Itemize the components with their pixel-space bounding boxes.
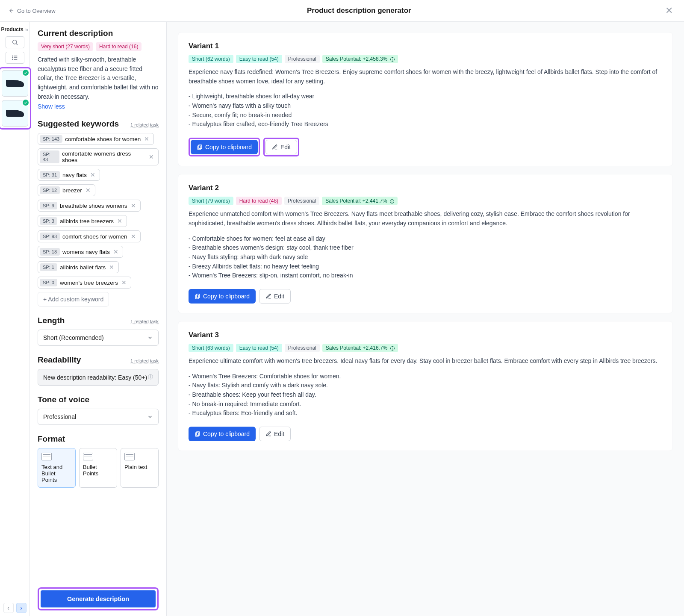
close-button[interactable]: ✕ [663,5,675,16]
readability-badge: Hard to read (48) [236,197,282,205]
copy-button[interactable]: Copy to clipboard [191,140,258,154]
remove-keyword-icon[interactable]: ✕ [130,233,137,240]
page-title: Product description generator [56,6,663,15]
sales-badge: Sales Potential: +2,416.7% i [322,344,398,352]
copy-button[interactable]: Copy to clipboard [189,427,256,441]
svg-point-3 [12,59,13,59]
selected-check-icon [22,69,29,77]
keyword-text: womens navy flats [62,249,110,255]
format-bullets[interactable]: Bullet Points [79,448,117,488]
sort-button[interactable] [6,52,24,64]
variant-bullet: - Secure, comfy fit; no break-in needed [189,111,662,120]
current-badges: Very short (27 words) Hard to read (16) [38,42,159,51]
keywords-related-link[interactable]: 1 related task [130,122,159,127]
prev-page-button[interactable]: ‹ [3,603,14,613]
length-badge: Short (79 words) [189,197,233,205]
keywords-heading: Suggested keywords [38,119,119,129]
keyword-sp: SP: 0 [40,279,57,286]
arrow-left-icon [9,8,15,14]
variant-bullet: - Women's Tree Breezers: Comfortable sho… [189,372,662,381]
pencil-icon [265,431,271,437]
variant-bullets: - Comfortable shoes for women: feel at e… [189,234,662,280]
product-thumbnail[interactable] [2,100,28,127]
variant-bullet: - Eucalyptus fiber crafted, eco-friendly… [189,120,662,129]
tone-badge: Professional [285,55,320,63]
remove-keyword-icon[interactable]: ✕ [121,279,127,286]
length-related-link[interactable]: 1 related task [130,319,159,324]
svg-point-2 [12,57,13,58]
remove-keyword-icon[interactable]: ✕ [116,218,123,224]
format-options: Text and Bullet Points Bullet Points Pla… [38,448,159,488]
sales-badge: Sales Potential: +2,441.7% i [322,197,398,205]
format-text-bullets[interactable]: Text and Bullet Points [38,448,76,488]
tone-badge: Professional [285,344,320,352]
remove-keyword-icon[interactable]: ✕ [130,202,137,209]
remove-keyword-icon[interactable]: ✕ [85,187,91,194]
variant-title: Variant 3 [189,331,662,339]
clipboard-icon [197,144,203,150]
keyword-chip: SP: 9breathable shoes womens✕ [38,200,141,212]
length-value: Short (Recommended) [43,334,104,341]
selected-check-icon [22,99,29,106]
keyword-sp: SP: 31 [40,171,60,179]
remove-keyword-icon[interactable]: ✕ [148,153,155,160]
keyword-sp: SP: 18 [40,248,60,256]
back-to-overview-link[interactable]: Go to Overview [9,8,56,14]
generate-button-highlighted: Generate description [38,587,159,610]
variant-intro: Experience navy flats redefined: Women's… [189,68,662,86]
variant-bullet: - Lightweight, breathable shoes for all-… [189,92,662,101]
format-label: Text and Bullet Points [41,464,72,483]
edit-button[interactable]: Edit [259,289,291,304]
search-button[interactable] [6,36,24,48]
variant-intro: Experience ultimate comfort with women's… [189,357,662,366]
next-page-button[interactable]: › [16,603,27,613]
remove-keyword-icon[interactable]: ✕ [112,248,119,255]
variant-bullet: - Women's navy flats with a silky touch [189,101,662,111]
edit-button[interactable]: Edit [259,427,291,441]
variant-badges: Short (79 words)Hard to read (48)Profess… [189,197,662,205]
current-desc-text: Crafted with silky-smooth, breathable eu… [38,55,159,101]
keyword-text: comfortable womens dress shoes [62,150,145,163]
pencil-icon [272,144,278,150]
readability-related-link[interactable]: 1 related task [130,358,159,363]
format-icon [41,453,52,460]
add-keyword-button[interactable]: + Add custom keyword [38,292,109,307]
edit-button[interactable]: Edit [265,140,297,154]
current-desc-heading: Current description [38,29,159,38]
keyword-text: navy flats [62,172,87,178]
variant-bullet: - Navy flats styling: sharp with dark na… [189,253,662,262]
format-heading: Format [38,434,159,444]
length-badge: Very short (27 words) [38,42,93,51]
copy-button[interactable]: Copy to clipboard [189,289,256,304]
variant-bullet: - Breathable shoes women's design: stay … [189,243,662,253]
product-thumbnail[interactable] [2,70,28,97]
keyword-chip: SP: 3allbirds tree breezers✕ [38,215,127,227]
chevron-down-icon [147,335,153,341]
tone-select[interactable]: Professional [38,409,159,425]
variant-card: Variant 3Short (63 words)Easy to read (5… [178,321,673,451]
show-less-link[interactable]: Show less [38,103,159,110]
variant-bullets: - Women's Tree Breezers: Comfortable sho… [189,372,662,418]
format-plain[interactable]: Plain text [121,448,159,488]
tone-badge: Professional [284,197,319,205]
variant-actions: Copy to clipboardEdit [189,138,662,156]
format-icon [124,453,135,460]
variant-title: Variant 1 [189,42,662,50]
readability-select[interactable]: New description readability: Easy (50+) … [38,369,159,386]
keyword-text: comfortable shoes for women [65,136,141,142]
variant-bullets: - Lightweight, breathable shoes for all-… [189,92,662,129]
length-select[interactable]: Short (Recommended) [38,330,159,346]
keyword-chip: SP: 43comfortable womens dress shoes✕ [38,148,159,165]
readability-value: New description readability: Easy (50+) [43,374,147,381]
remove-keyword-icon[interactable]: ✕ [108,264,115,271]
generate-button[interactable]: Generate description [41,590,156,607]
settings-column: Current description Very short (27 words… [30,22,167,616]
products-column-title: Products [1,27,24,32]
keyword-sp: SP: 93 [40,233,60,240]
variant-bullet: - Breathable shoes: Keep your feet fresh… [189,390,662,400]
remove-keyword-icon[interactable]: ✕ [143,136,150,142]
variant-bullet: - Eucalyptus fibers: Eco-friendly and so… [189,409,662,418]
pagination-arrows: ‹ › [3,603,27,613]
remove-keyword-icon[interactable]: ✕ [89,171,96,178]
keyword-sp: SP: 9 [40,202,57,209]
